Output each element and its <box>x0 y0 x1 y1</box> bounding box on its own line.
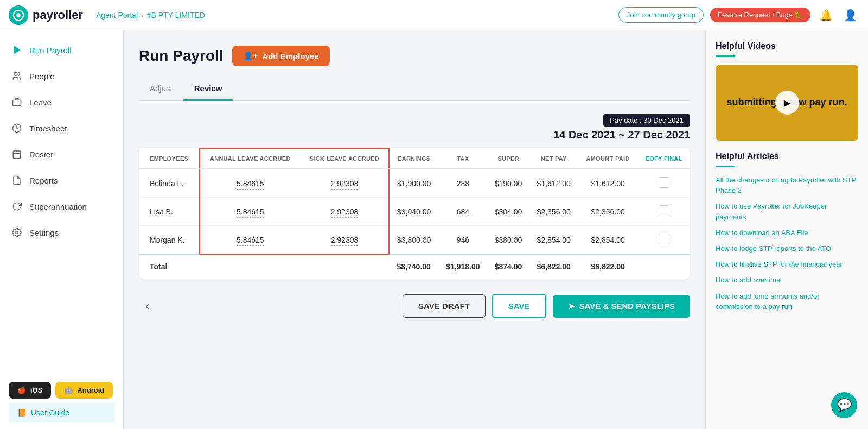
android-app-button[interactable]: 🤖 Android <box>55 382 113 399</box>
sick-leave-1[interactable]: 2.92308 <box>301 169 389 198</box>
ios-app-button[interactable]: 🍎 iOS <box>9 382 51 399</box>
net-pay-2: $2,356.00 <box>529 198 578 226</box>
article-link-1[interactable]: How to use Payroller for JobKeeper payme… <box>716 202 827 220</box>
table-row: Belinda L. 5.84615 2.92308 $1,900.00 288… <box>139 169 690 198</box>
tax-2: 684 <box>438 198 487 226</box>
tabs: Adjust Review <box>139 77 690 101</box>
super-3: $380.00 <box>487 226 529 255</box>
article-link-0[interactable]: All the changes coming to Payroller with… <box>716 176 856 194</box>
articles-list: All the changes coming to Payroller with… <box>716 175 858 312</box>
logo-text: payroller <box>33 8 83 22</box>
article-link-6[interactable]: How to add lump amounts and/or commissio… <box>716 292 820 311</box>
amount-paid-2: $2,356.00 <box>578 198 638 226</box>
feature-request-button[interactable]: Feature Request / Bugs 🐛 <box>710 8 810 22</box>
sidebar-item-superannuation[interactable]: Superannuation <box>0 193 123 219</box>
annual-leave-1[interactable]: 5.84615 <box>200 169 301 198</box>
users-icon <box>11 70 23 82</box>
sidebar-label-run-payroll: Run Payroll <box>29 46 72 55</box>
sidebar-item-people[interactable]: People <box>0 63 123 89</box>
chat-fab-button[interactable]: 💬 <box>831 392 857 418</box>
breadcrumb-portal[interactable]: Agent Portal <box>96 11 138 20</box>
app-body: Run Payroll People Leave Timesheet <box>0 30 868 429</box>
tab-adjust[interactable]: Adjust <box>139 77 183 101</box>
page-title: Run Payroll <box>139 47 224 65</box>
sidebar-item-settings[interactable]: Settings <box>0 219 123 245</box>
earnings-2: $3,040.00 <box>389 198 438 226</box>
article-link-4[interactable]: How to finalise STP for the financial ye… <box>716 260 843 268</box>
col-header-tax: TAX <box>438 148 487 169</box>
play-icon <box>11 44 23 56</box>
article-link-5[interactable]: How to add overtime <box>716 276 780 284</box>
eofy-checkbox-2[interactable] <box>637 198 690 226</box>
save-draft-button[interactable]: SAVE DRAFT <box>403 294 486 318</box>
col-header-annual-leave: ANNUAL LEAVE ACCRUED <box>200 148 301 169</box>
totals-amount-paid: $6,822.00 <box>578 254 638 279</box>
page-header: Run Payroll 👤+ Add Employee <box>139 46 690 66</box>
article-link-2[interactable]: How to download an ABA File <box>716 229 808 237</box>
clock-icon <box>11 122 23 134</box>
articles-underline <box>716 166 735 167</box>
play-button[interactable]: ▶ <box>775 91 799 115</box>
col-header-eofy: EOFY FINAL <box>637 148 690 169</box>
article-link-3[interactable]: How to lodge STP reports to the ATO <box>716 244 831 253</box>
table-header-row: EMPLOYEES ANNUAL LEAVE ACCRUED SICK LEAV… <box>139 148 690 169</box>
helpful-articles-title: Helpful Articles <box>716 152 858 161</box>
join-community-button[interactable]: Join community group <box>618 7 704 23</box>
eofy-checkbox-3[interactable] <box>637 226 690 255</box>
sick-leave-3[interactable]: 2.92308 <box>301 226 389 255</box>
sidebar-item-run-payroll[interactable]: Run Payroll <box>0 37 123 63</box>
video-thumbnail[interactable]: submitting a new pay run. ▶ <box>716 65 858 141</box>
annual-leave-2[interactable]: 5.84615 <box>200 198 301 226</box>
send-icon: ➤ <box>568 301 575 311</box>
earnings-1: $1,900.00 <box>389 169 438 198</box>
earnings-3: $3,800.00 <box>389 226 438 255</box>
book-icon: 📙 <box>17 408 27 417</box>
list-item: How to add lump amounts and/or commissio… <box>716 291 858 312</box>
breadcrumb-separator: › <box>141 11 144 20</box>
notifications-button[interactable]: 🔔 <box>817 7 835 24</box>
back-button[interactable]: ‹ <box>139 295 156 318</box>
col-header-super: SUPER <box>487 148 529 169</box>
right-panel: Helpful Videos submitting a new pay run.… <box>705 30 868 429</box>
helpful-videos-title: Helpful Videos <box>716 41 858 51</box>
employee-name-1: Belinda L. <box>139 169 200 198</box>
list-item: All the changes coming to Payroller with… <box>716 175 858 195</box>
topbar-right: Join community group Feature Request / B… <box>618 7 859 24</box>
totals-sick-leave <box>301 254 389 279</box>
sidebar-bottom: 🍎 iOS 🤖 Android 📙 User Guide <box>0 375 123 429</box>
sick-leave-2[interactable]: 2.92308 <box>301 198 389 226</box>
eofy-checkbox-1[interactable] <box>637 169 690 198</box>
topbar: payroller Agent Portal › #B PTY LIMITED … <box>0 0 868 30</box>
logo-icon <box>9 5 28 25</box>
amount-paid-3: $2,854.00 <box>578 226 638 255</box>
col-header-amount-paid: AMOUNT PAID <box>578 148 638 169</box>
net-pay-3: $2,854.00 <box>529 226 578 255</box>
save-send-payslips-button[interactable]: ➤ SAVE & SEND PAYSLIPS <box>553 295 690 318</box>
totals-annual-leave <box>200 254 301 279</box>
sidebar-item-timesheet[interactable]: Timesheet <box>0 115 123 141</box>
list-item: How to download an ABA File <box>716 228 858 238</box>
sidebar-item-roster[interactable]: Roster <box>0 141 123 167</box>
sidebar-label-superannuation: Superannuation <box>29 202 87 211</box>
user-profile-button[interactable]: 👤 <box>841 7 859 24</box>
sidebar-item-leave[interactable]: Leave <box>0 89 123 115</box>
sidebar-label-leave: Leave <box>29 98 52 107</box>
totals-row: Total $8,740.00 $1,918.00 $874.00 $6,822… <box>139 254 690 279</box>
annual-leave-3[interactable]: 5.84615 <box>200 226 301 255</box>
sidebar-label-reports: Reports <box>29 176 58 185</box>
sidebar-label-roster: Roster <box>29 150 53 159</box>
svg-marker-2 <box>14 46 20 54</box>
tax-3: 946 <box>438 226 487 255</box>
col-header-net-pay: NET PAY <box>529 148 578 169</box>
user-guide-link[interactable]: 📙 User Guide <box>9 403 114 422</box>
apple-icon: 🍎 <box>17 386 26 394</box>
totals-label: Total <box>139 254 200 279</box>
briefcase-icon <box>11 96 23 108</box>
save-button[interactable]: SAVE <box>492 294 546 318</box>
tab-review[interactable]: Review <box>183 77 233 101</box>
super-2: $304.00 <box>487 198 529 226</box>
add-employee-button[interactable]: 👤+ Add Employee <box>232 46 330 66</box>
sidebar-item-reports[interactable]: Reports <box>0 167 123 193</box>
totals-super: $874.00 <box>487 254 529 279</box>
logo: payroller <box>9 5 83 25</box>
